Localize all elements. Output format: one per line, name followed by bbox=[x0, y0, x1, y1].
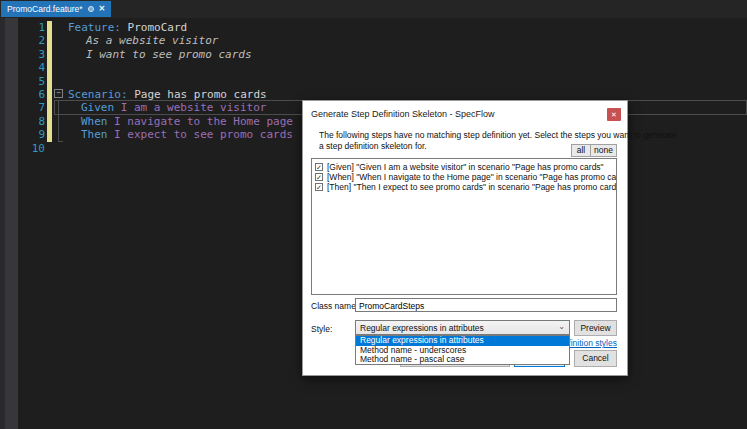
preview-button[interactable]: Preview bbox=[574, 320, 617, 336]
tab-title: PromoCard.feature* bbox=[7, 4, 83, 14]
line-number: 4 bbox=[18, 61, 45, 74]
dropdown-option[interactable]: Method name - pascal case bbox=[356, 355, 569, 365]
line-number: 1 bbox=[18, 21, 45, 34]
checkbox-checked-icon[interactable]: ✓ bbox=[315, 173, 323, 181]
line-number: 6 bbox=[18, 88, 45, 101]
scenario-structure-guide bbox=[58, 101, 63, 142]
tab-bar: PromoCard.feature* ✕ bbox=[0, 0, 747, 18]
generate-step-definition-dialog: Generate Step Definition Skeleton - Spec… bbox=[302, 100, 628, 376]
code-line[interactable]: I want to see promo cards bbox=[86, 48, 252, 61]
chevron-down-icon: ⌄ bbox=[558, 322, 565, 331]
dialog-close-button[interactable]: ✕ bbox=[607, 108, 621, 121]
select-all-button[interactable]: all bbox=[571, 144, 591, 157]
select-none-button[interactable]: none bbox=[590, 144, 617, 157]
step-label: [When] "When I navigate to the Home page… bbox=[327, 172, 617, 182]
instruction-text-line1: The following steps have no matching ste… bbox=[319, 130, 677, 140]
code-line[interactable]: Scenario: Page has promo cards bbox=[68, 88, 267, 101]
tab-promocard-feature[interactable]: PromoCard.feature* ✕ bbox=[1, 1, 111, 17]
vs-editor-window: PromoCard.feature* ✕ − 12345678910 Featu… bbox=[0, 0, 747, 429]
line-number: 2 bbox=[18, 34, 45, 47]
style-dropdown-list[interactable]: Regular expressions in attributesMethod … bbox=[355, 335, 570, 365]
code-line[interactable]: As a website visitor bbox=[86, 34, 218, 47]
instruction-text-line2: a step definition skeleton for. bbox=[319, 141, 427, 151]
pin-icon[interactable] bbox=[88, 6, 94, 12]
line-number: 10 bbox=[18, 142, 45, 155]
line-number: 8 bbox=[18, 115, 45, 128]
steps-checklist[interactable]: ✓[Given] "Given I am a website visitor" … bbox=[311, 158, 617, 295]
line-number: 5 bbox=[18, 75, 45, 88]
step-checkbox-row[interactable]: ✓[Then] "Then I expect to see promo card… bbox=[315, 182, 616, 192]
step-label: [Then] "Then I expect to see promo cards… bbox=[327, 182, 617, 192]
step-label: [Given] "Given I am a website visitor" i… bbox=[327, 162, 604, 172]
checkbox-checked-icon[interactable]: ✓ bbox=[315, 183, 323, 191]
code-line[interactable]: When I navigate to the Home page bbox=[81, 115, 293, 128]
track-changes-bar bbox=[47, 21, 52, 142]
glyph-margin bbox=[5, 18, 18, 429]
code-line[interactable]: Then I expect to see promo cards bbox=[81, 128, 293, 141]
step-checkbox-row[interactable]: ✓[When] "When I navigate to the Home pag… bbox=[315, 172, 616, 182]
tab-close-icon[interactable]: ✕ bbox=[99, 5, 106, 13]
dialog-title: Generate Step Definition Skeleton - Spec… bbox=[311, 109, 495, 119]
line-number: 9 bbox=[18, 128, 45, 141]
style-combobox[interactable]: Regular expressions in attributes ⌄ bbox=[355, 320, 570, 335]
collapse-minus-icon[interactable]: − bbox=[54, 89, 63, 98]
cancel-button[interactable]: Cancel bbox=[574, 350, 617, 367]
code-line[interactable]: Feature: PromoCard bbox=[68, 21, 187, 34]
checkbox-checked-icon[interactable]: ✓ bbox=[315, 163, 323, 171]
style-combobox-value: Regular expressions in attributes bbox=[360, 323, 484, 333]
class-name-input[interactable]: PromoCardSteps bbox=[355, 298, 617, 312]
line-number: 7 bbox=[18, 101, 45, 114]
line-number: 3 bbox=[18, 48, 45, 61]
code-line[interactable]: Given I am a website visitor bbox=[81, 101, 266, 114]
style-label: Style: bbox=[311, 324, 332, 334]
class-name-label: Class name: bbox=[311, 301, 358, 311]
step-checkbox-row[interactable]: ✓[Given] "Given I am a website visitor" … bbox=[315, 162, 616, 172]
